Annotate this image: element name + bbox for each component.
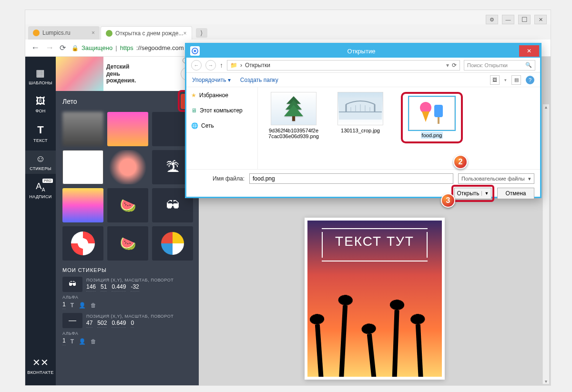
- browser-tabstrip: Lumpics.ru × Открытка с днем рожде... × …: [25, 24, 551, 40]
- dialog-breadcrumb[interactable]: 📁 › Открытки ▾ ⟳: [227, 60, 460, 70]
- alpha-label: АЛЬФА: [62, 295, 192, 300]
- ad-banner[interactable]: Детский день рождения. › i ✕: [56, 57, 199, 91]
- tab-favicon: [33, 30, 40, 36]
- sticker-thumb[interactable]: [62, 112, 103, 146]
- dialog-nav-bar: ← → ↑ 📁 › Открытки ▾ ⟳ Поиск: Открытки 🔍: [186, 58, 540, 73]
- annotation-highlight: food.png: [401, 92, 463, 143]
- sticker-thumb[interactable]: [152, 226, 193, 261]
- poster-preview[interactable]: ТЕКСТ ТУТ: [305, 218, 445, 380]
- open-dropdown-icon[interactable]: ▼: [481, 191, 489, 196]
- panel-category-title: Лето: [62, 98, 77, 105]
- window-maximize-button[interactable]: ☐: [518, 15, 531, 24]
- breadcrumb-item[interactable]: Открытки: [245, 62, 270, 69]
- new-tab-button[interactable]: ⟩: [196, 28, 207, 38]
- computer-icon: 🖥: [191, 107, 197, 114]
- sticker-thumb[interactable]: 🍉: [107, 226, 148, 261]
- tool-label: ШАБЛОНЫ: [29, 80, 52, 85]
- file-item-selected[interactable]: food.png: [406, 97, 458, 139]
- help-icon[interactable]: ?: [526, 76, 534, 84]
- layer-icon[interactable]: 👤: [79, 302, 86, 309]
- my-sticker-meta-label: ПОЗИЦИЯ (X,Y), МАСШТАБ, ПОВОРОТ: [86, 278, 174, 282]
- tree-network[interactable]: 🌐 Сеть: [191, 121, 253, 131]
- alpha-value[interactable]: 1: [62, 337, 66, 345]
- file-thumbnail: [409, 97, 455, 130]
- tab-close-icon[interactable]: ×: [184, 30, 187, 37]
- dialog-titlebar[interactable]: Открытие ✕: [186, 44, 540, 58]
- filename-input[interactable]: [249, 173, 453, 184]
- file-type-filter[interactable]: Пользовательские файлы: [458, 173, 534, 184]
- vertical-scrollbar[interactable]: [542, 104, 549, 384]
- nav-forward-button[interactable]: →: [45, 43, 54, 53]
- poster-placeholder-text[interactable]: ТЕКСТ ТУТ: [335, 234, 414, 249]
- my-sticker-thumb: 🕶: [62, 277, 82, 292]
- sticker-thumb[interactable]: [107, 150, 148, 184]
- dialog-close-button[interactable]: ✕: [519, 45, 539, 57]
- my-sticker-row[interactable]: 🕶 ПОЗИЦИЯ (X,Y), МАСШТАБ, ПОВОРОТ 146 51…: [56, 277, 199, 294]
- open-button[interactable]: Открыть ▼: [454, 188, 491, 199]
- window-close-button[interactable]: ✕: [534, 15, 547, 24]
- organize-menu[interactable]: Упорядочить: [192, 77, 231, 83]
- file-item[interactable]: 9d362f4b1039574f2e7cac036e06d939.png: [267, 92, 320, 164]
- tab-title: Lumpics.ru: [42, 30, 71, 36]
- tool-templates[interactable]: ▦ ШАБЛОНЫ: [25, 64, 56, 88]
- tool-vk[interactable]: ✕✕ ВКОНТАКТЕ: [25, 354, 56, 378]
- sticker-thumb[interactable]: [62, 188, 103, 222]
- my-sticker-row[interactable]: — ПОЗИЦИЯ (X,Y), МАСШТАБ, ПОВОРОТ 47 502…: [56, 313, 199, 330]
- tool-background[interactable]: 🖼 ФОН: [25, 93, 56, 116]
- svg-rect-10: [438, 117, 439, 124]
- view-details-button[interactable]: ▤: [511, 75, 521, 85]
- tool-stickers[interactable]: ☺ СТИКЕРЫ: [25, 151, 56, 174]
- new-folder-button[interactable]: Создать папку: [240, 77, 278, 83]
- svg-rect-5: [292, 116, 295, 121]
- dialog-search-input[interactable]: Поиск: Открытки 🔍: [464, 60, 535, 70]
- url-host: ://segoodme.com: [136, 44, 184, 51]
- refresh-icon[interactable]: ⟳: [452, 62, 457, 69]
- tree-this-pc[interactable]: 🖥 Этот компьютер: [191, 105, 253, 116]
- tool-label: ВКОНТАКТЕ: [27, 370, 53, 375]
- sticker-thumb[interactable]: [62, 150, 103, 184]
- vk-icon: ✕✕: [32, 357, 49, 368]
- templates-icon: ▦: [36, 67, 45, 79]
- file-name: 130113_crop.jpg: [340, 127, 381, 134]
- dialog-file-list[interactable]: 9d362f4b1039574f2e7cac036e06d939.png 130…: [258, 87, 540, 169]
- tool-label: ФОН: [35, 109, 45, 113]
- sticker-thumb[interactable]: 🍉: [107, 188, 148, 222]
- nav-reload-button[interactable]: ⟳: [60, 43, 66, 52]
- folder-icon: 📁: [230, 62, 237, 69]
- dialog-folder-tree[interactable]: ★ Избранное 🖥 Этот компьютер 🌐 Сеть: [186, 87, 258, 169]
- sticker-thumb[interactable]: [107, 112, 148, 146]
- dialog-up-button[interactable]: ↑: [220, 61, 223, 69]
- text-icon: T: [37, 124, 44, 136]
- file-thumbnail: [271, 92, 317, 125]
- cancel-button[interactable]: Отмена: [497, 188, 534, 199]
- alpha-controls: 1 T 👤 🗑: [62, 337, 192, 345]
- delete-icon[interactable]: 🗑: [91, 302, 96, 309]
- window-minimize-button[interactable]: —: [502, 15, 514, 24]
- my-sticker-thumb: —: [62, 313, 82, 328]
- window-tool-button[interactable]: ⚙: [486, 15, 498, 24]
- poster-palms: [307, 291, 442, 377]
- search-placeholder: Поиск: Открытки: [467, 62, 508, 68]
- file-item[interactable]: 130113_crop.jpg: [334, 92, 387, 164]
- browser-tab[interactable]: Lumpics.ru ×: [28, 26, 100, 40]
- view-mode-button[interactable]: 🖼: [490, 75, 500, 85]
- tool-text[interactable]: T ТЕКСТ: [25, 121, 56, 146]
- delete-icon[interactable]: 🗑: [91, 338, 96, 345]
- tab-close-icon[interactable]: ×: [92, 30, 95, 36]
- tree-favorites[interactable]: ★ Избранное: [191, 90, 253, 101]
- dialog-forward-button[interactable]: →: [205, 60, 216, 70]
- alpha-value[interactable]: 1: [62, 301, 66, 309]
- nav-back-button[interactable]: ←: [31, 43, 40, 53]
- svg-rect-9: [434, 105, 443, 117]
- bold-icon[interactable]: T: [71, 338, 74, 345]
- bold-icon[interactable]: T: [71, 302, 74, 309]
- secure-label: Защищено: [82, 44, 112, 51]
- browser-tab-active[interactable]: Открытка с днем рожде... ×: [101, 26, 192, 40]
- browser-titlebar: ⚙ — ☐ ✕: [25, 10, 551, 24]
- tool-captions[interactable]: PRO AA НАДПИСИ: [25, 179, 56, 202]
- file-name: food.png: [421, 132, 443, 139]
- sticker-grid: 🏝 🍉 🕶 🍉: [56, 112, 199, 261]
- sticker-thumb[interactable]: [62, 226, 103, 261]
- dialog-back-button[interactable]: ←: [191, 60, 202, 70]
- layer-icon[interactable]: 👤: [79, 338, 86, 345]
